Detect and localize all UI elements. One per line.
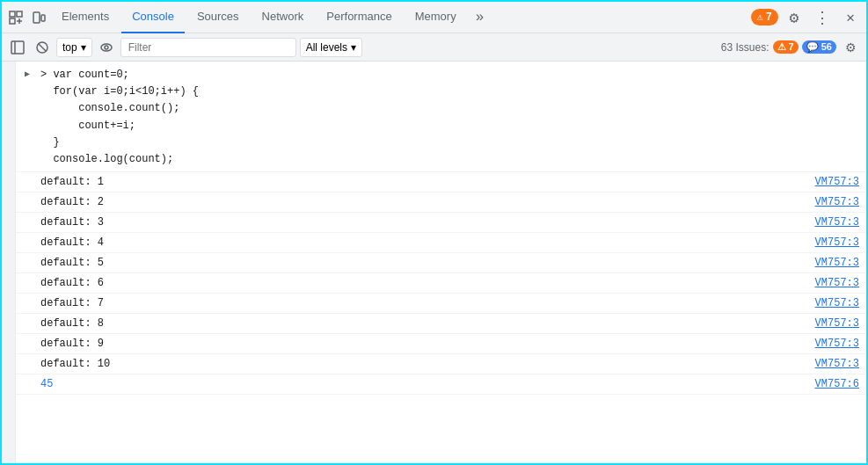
log-text: default: 9: [40, 336, 104, 352]
log-link[interactable]: VM757:3: [815, 316, 859, 331]
svg-line-10: [39, 44, 46, 51]
log-line: default: 7 VM757:3: [16, 294, 866, 314]
console-toolbar: top ▾ All levels ▾ 63 Issues: ⚠ 7 💬 56 ⚙: [2, 33, 866, 62]
log-container: default: 1 VM757:3 default: 2 VM757:3 de…: [16, 172, 866, 374]
code-line-6: console.log(count);: [40, 151, 859, 168]
clear-console-button[interactable]: [32, 37, 53, 58]
log-line: default: 6 VM757:3: [16, 273, 866, 294]
issues-icon: ⚠: [757, 11, 763, 24]
code-expand-arrow[interactable]: ▶: [25, 69, 30, 79]
log-link[interactable]: VM757:3: [815, 194, 859, 210]
console-settings-button[interactable]: ⚙: [840, 37, 861, 58]
close-button[interactable]: ✕: [838, 5, 863, 30]
code-block: ▶ > var count=0; for(var i=0;i<10;i++) {…: [16, 62, 866, 172]
tab-network[interactable]: Network: [252, 2, 315, 33]
svg-point-12: [105, 46, 108, 49]
context-label: top: [62, 41, 77, 54]
tab-memory[interactable]: Memory: [405, 2, 467, 33]
tab-performance[interactable]: Performance: [316, 2, 402, 33]
final-log-link[interactable]: VM757:6: [815, 376, 859, 392]
log-link[interactable]: VM757:3: [815, 214, 859, 230]
log-line: default: 5 VM757:3: [16, 253, 866, 273]
log-line: default: 2 VM757:3: [16, 193, 866, 213]
log-line: default: 8 VM757:3: [16, 314, 866, 334]
tab-elements[interactable]: Elements: [51, 2, 120, 33]
issues-text: 63 Issues:: [721, 41, 770, 54]
code-line-3: console.count();: [40, 100, 859, 117]
log-link[interactable]: VM757:3: [815, 295, 859, 311]
log-text: default: 5: [40, 255, 104, 271]
log-text: default: 2: [40, 194, 104, 210]
more-options-button[interactable]: ⋮: [810, 5, 835, 30]
code-line-5: }: [40, 134, 859, 151]
log-text: default: 4: [40, 235, 104, 251]
left-gutter: [2, 62, 16, 465]
final-log-text: 45: [40, 376, 53, 392]
log-line: default: 3 VM757:3: [16, 213, 866, 233]
log-link[interactable]: VM757:3: [815, 174, 859, 190]
log-text: default: 3: [40, 214, 104, 230]
log-link[interactable]: VM757:3: [815, 255, 859, 271]
log-link[interactable]: VM757:3: [815, 235, 859, 251]
log-line: default: 10 VM757:3: [16, 354, 866, 374]
log-level-selector[interactable]: All levels ▾: [300, 38, 362, 57]
inspect-icon[interactable]: [5, 7, 26, 28]
console-output[interactable]: ▶ > var count=0; for(var i=0;i<10;i++) {…: [2, 62, 866, 465]
level-arrow-icon: ▾: [351, 41, 356, 54]
svg-rect-6: [41, 15, 45, 21]
log-text: default: 10: [40, 356, 110, 372]
code-line-1: > var count=0;: [40, 67, 859, 84]
device-icon[interactable]: [28, 7, 49, 28]
log-text: default: 7: [40, 295, 104, 311]
svg-rect-0: [10, 11, 15, 17]
issues-count: 7: [766, 11, 772, 24]
tab-sources[interactable]: Sources: [186, 2, 250, 33]
log-text: default: 8: [40, 316, 104, 331]
issues-area: 63 Issues: ⚠ 7 💬 56: [721, 40, 836, 54]
svg-rect-5: [33, 12, 40, 23]
more-tabs-button[interactable]: »: [469, 2, 492, 33]
titlebar: Elements Console Sources Network Perform…: [2, 2, 866, 33]
tab-console[interactable]: Console: [121, 2, 185, 33]
log-text: default: 1: [40, 174, 104, 190]
code-line-4: count+=i;: [40, 118, 859, 134]
log-line: default: 1 VM757:3: [16, 172, 866, 193]
eye-button[interactable]: [96, 37, 117, 58]
svg-point-11: [101, 44, 112, 51]
svg-rect-7: [11, 41, 24, 54]
console-inner: ▶ > var count=0; for(var i=0;i<10;i++) {…: [16, 62, 866, 395]
log-link[interactable]: VM757:3: [815, 336, 859, 352]
log-line-final: 45 VM757:6: [16, 374, 866, 395]
log-link[interactable]: VM757:3: [815, 356, 859, 372]
warn-badge[interactable]: ⚠ 7: [773, 40, 799, 54]
level-label: All levels: [306, 41, 347, 54]
sidebar-toggle-button[interactable]: [7, 37, 28, 58]
context-arrow-icon: ▾: [81, 41, 86, 54]
log-text: default: 6: [40, 275, 104, 291]
log-line: default: 9 VM757:3: [16, 334, 866, 354]
svg-rect-2: [10, 18, 15, 24]
filter-input[interactable]: [120, 38, 296, 57]
log-link[interactable]: VM757:3: [815, 275, 859, 291]
info-badge[interactable]: 💬 56: [802, 40, 836, 54]
issues-badge-button[interactable]: ⚠ 7: [751, 9, 778, 25]
context-selector[interactable]: top ▾: [56, 38, 92, 57]
code-line-2: for(var i=0;i<10;i++) {: [40, 84, 859, 100]
titlebar-right: ⚠ 7 ⚙ ⋮ ✕: [751, 5, 863, 30]
settings-button[interactable]: ⚙: [782, 5, 806, 30]
svg-rect-1: [17, 11, 22, 17]
log-line: default: 4 VM757:3: [16, 233, 866, 253]
